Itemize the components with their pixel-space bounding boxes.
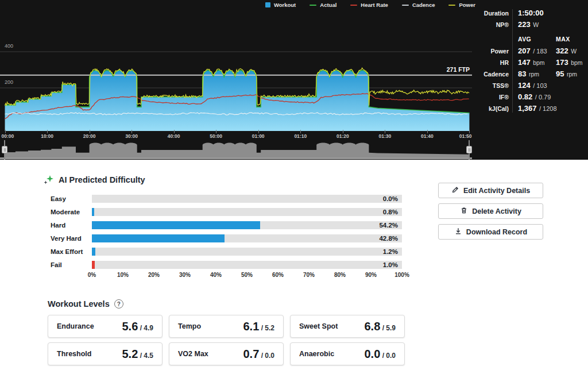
stat-avg-value: 223 W: [509, 18, 556, 30]
difficulty-bar-fill: [92, 248, 95, 256]
difficulty-bar-fill: [92, 221, 260, 229]
level-value: 0.7 / 0.0: [243, 348, 275, 361]
legend-item-workout[interactable]: Workout: [265, 2, 296, 8]
difficulty-row-fail: Fail1.0%: [51, 261, 402, 269]
minimap[interactable]: [0, 141, 472, 160]
ftp-label: 271 FTP: [447, 66, 470, 73]
download-record-button[interactable]: Download Record: [438, 224, 543, 240]
legend-label: Power: [459, 2, 475, 8]
difficulty-axis-tick: 80%: [334, 272, 346, 278]
time-tick-label: 01:50: [459, 133, 472, 139]
delete-activity-button[interactable]: Delete Activity: [438, 203, 543, 219]
time-tick-label: 01:20: [336, 133, 349, 139]
ai-sparkle-icon: [44, 175, 54, 185]
stat-label: IF®: [480, 91, 509, 103]
scrub-knob[interactable]: [2, 146, 7, 153]
stat-row-kjcal: kJ(Cal)1,367 / 1208: [480, 102, 588, 114]
stat-avg-value: 83 rpm: [509, 68, 556, 80]
difficulty-chart: Easy0.0%Moderate0.8%Hard54.2%Very Hard42…: [51, 195, 402, 274]
legend-swatch: [265, 2, 270, 7]
stat-column-headers: AVGMAX: [480, 33, 588, 45]
stat-max-value: 322 W: [556, 45, 588, 57]
workout-level-card-tempo: Tempo6.1 / 5.2: [169, 315, 284, 338]
workout-level-card-sweet-spot: Sweet Spot6.8 / 5.9: [290, 315, 405, 338]
workout-chart[interactable]: 400200 271 FTP: [0, 10, 472, 132]
level-name: Sweet Spot: [299, 322, 338, 330]
level-name: Endurance: [57, 322, 94, 330]
difficulty-row-very-hard: Very Hard42.8%: [51, 234, 402, 242]
legend-item-heart-rate[interactable]: Heart Rate: [350, 2, 388, 8]
activity-details: AI Predicted Difficulty Easy0.0%Moderate…: [0, 160, 588, 374]
button-label: Edit Activity Details: [463, 187, 530, 195]
level-value: 0.0 / 0.0: [365, 348, 396, 361]
difficulty-axis-tick: 90%: [365, 272, 377, 278]
stat-max-value: 173 bpm: [556, 56, 588, 68]
svg-text:200: 200: [5, 79, 13, 85]
legend-label: Heart Rate: [361, 2, 388, 8]
difficulty-axis-tick: 40%: [210, 272, 222, 278]
difficulty-row-easy: Easy0.0%: [51, 195, 402, 203]
level-value: 6.1 / 5.2: [243, 320, 275, 333]
stat-max-value: 95 rpm: [556, 68, 588, 80]
time-tick-label: 01:30: [378, 133, 391, 139]
difficulty-axis-tick: 30%: [179, 272, 191, 278]
time-tick-label: 20:00: [83, 133, 96, 139]
legend-item-actual[interactable]: Actual: [310, 2, 336, 8]
scrub-handle-right[interactable]: [469, 140, 470, 160]
legend-label: Cadence: [412, 2, 435, 8]
difficulty-label: Moderate: [51, 209, 92, 215]
difficulty-axis-tick: 100%: [394, 272, 409, 278]
difficulty-label: Hard: [51, 222, 92, 229]
difficulty-bar-track: 42.8%: [92, 234, 402, 242]
workout-level-card-endurance: Endurance5.6 / 4.9: [48, 315, 163, 338]
svg-text:400: 400: [5, 43, 13, 49]
stat-label: NP®: [480, 19, 509, 30]
stat-label: Duration: [480, 7, 509, 19]
stat-row-hr: HR147 bpm173 bpm: [480, 56, 588, 68]
difficulty-axis: 0%10%20%30%40%50%60%70%80%90%100%: [92, 272, 402, 280]
level-name: Threshold: [57, 350, 91, 358]
legend-swatch: [350, 5, 357, 6]
level-value: 5.6 / 4.9: [122, 320, 154, 333]
legend-item-cadence[interactable]: Cadence: [402, 2, 435, 8]
time-axis: 00:0010:0020:0030:0040:0050:0001:0001:10…: [0, 130, 472, 140]
legend-label: Workout: [274, 2, 296, 8]
workout-level-card-anaerobic: Anaerobic0.0 / 0.0: [290, 342, 405, 365]
legend-label: Actual: [320, 2, 336, 8]
legend-item-power[interactable]: Power: [448, 2, 475, 8]
workout-level-card-threshold: Threshold5.2 / 4.5: [48, 342, 163, 365]
edit-activity-details-button[interactable]: Edit Activity Details: [438, 183, 543, 198]
difficulty-row-hard: Hard54.2%: [51, 221, 402, 229]
trash-icon: [460, 206, 468, 216]
stat-avg-value: 1,367 / 1208: [509, 102, 556, 114]
workout-chart-panel: WorkoutActualHeart RateCadencePower 4002…: [0, 0, 588, 160]
difficulty-row-max-effort: Max Effort1.2%: [51, 248, 402, 256]
stat-label: HR: [480, 57, 509, 68]
difficulty-value: 54.2%: [379, 221, 398, 229]
difficulty-bar-track: 0.0%: [92, 195, 402, 203]
stat-avg-value: 124 / 103: [509, 79, 556, 91]
difficulty-bar-fill: [92, 234, 225, 242]
time-tick-label: 01:00: [252, 133, 265, 139]
legend-swatch: [448, 5, 455, 6]
difficulty-bar-track: 54.2%: [92, 221, 402, 229]
stat-row-if: IF®0.82 / 0.79: [480, 91, 588, 102]
difficulty-bar-fill: [92, 208, 94, 216]
legend-swatch: [402, 5, 409, 6]
difficulty-row-moderate: Moderate0.8%: [51, 208, 402, 216]
stat-avg-value: 0.82 / 0.79: [509, 91, 556, 103]
difficulty-label: Easy: [51, 195, 92, 202]
download-icon: [454, 227, 462, 237]
scrub-knob[interactable]: [466, 146, 472, 153]
difficulty-bar-fill: [92, 261, 95, 269]
stat-row-duration: Duration1:50:00: [480, 7, 588, 18]
time-tick-label: 01:40: [421, 133, 434, 139]
chart-legend: WorkoutActualHeart RateCadencePower: [265, 2, 475, 8]
level-name: VO2 Max: [178, 350, 208, 358]
help-icon[interactable]: ?: [114, 299, 123, 309]
section-title-workout-levels: Workout Levels: [48, 299, 110, 309]
action-buttons: Edit Activity DetailsDelete ActivityDown…: [438, 183, 543, 240]
ai-difficulty-header: AI Predicted Difficulty: [44, 175, 145, 185]
scrub-handle-left[interactable]: [4, 140, 5, 160]
difficulty-axis-tick: 50%: [241, 272, 253, 278]
